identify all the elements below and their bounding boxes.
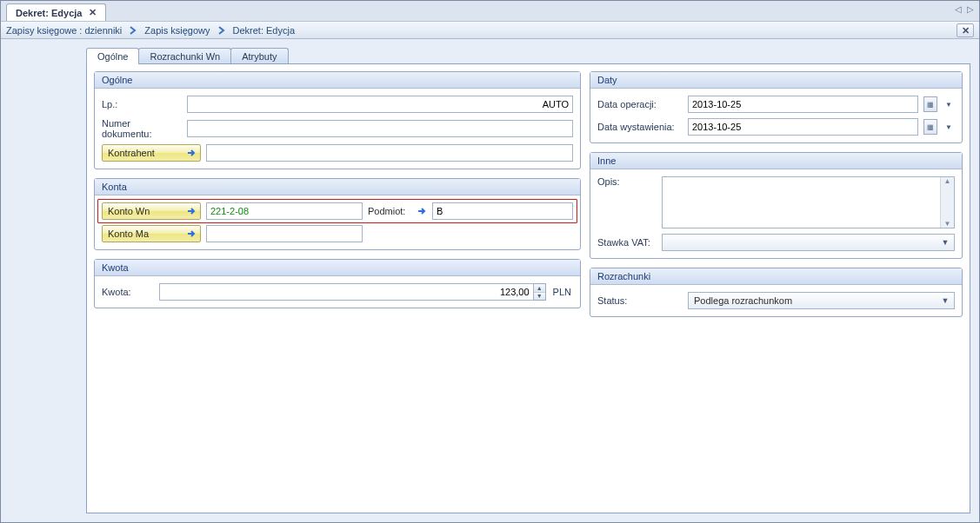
spinner-up-icon[interactable]: ▲ (534, 284, 545, 292)
scrollbar[interactable]: ▲ ▼ (940, 177, 954, 228)
groupbox-rozrachunki-title: Rozrachunki (590, 268, 962, 285)
kwota-spinner: ▲ ▼ (534, 283, 546, 301)
konto-ma-field[interactable] (206, 225, 363, 242)
tab-ogolne-label: Ogólne (97, 51, 128, 62)
kontrahent-field[interactable] (206, 144, 573, 162)
lp-label: Lp.: (102, 99, 182, 109)
podmiot-label: Podmiot: (368, 206, 411, 216)
konto-wn-label: Konto Wn (108, 206, 150, 216)
chevron-down-icon[interactable]: ▼ (943, 119, 955, 135)
stawka-vat-select[interactable]: ▼ (662, 234, 955, 251)
document-tab[interactable]: Dekret: Edycja ✕ (6, 3, 106, 21)
groupbox-konta-title: Konta (95, 179, 580, 195)
tab-nav-arrows: ◁ ▷ (955, 4, 974, 14)
chevron-down-icon[interactable]: ▼ (943, 96, 955, 112)
groupbox-konta: Konta Konto Wn Podmiot: (94, 178, 581, 250)
scroll-down-icon[interactable]: ▼ (941, 220, 954, 228)
groupbox-daty-title: Daty (590, 72, 962, 89)
spinner-down-icon[interactable]: ▼ (534, 292, 545, 301)
breadcrumb-2[interactable]: Zapis księgowy (144, 25, 210, 36)
konto-wn-button[interactable]: Konto Wn (102, 202, 201, 220)
document-tabstrip: Dekret: Edycja ✕ ◁ ▷ (1, 1, 979, 22)
kwota-input-wrap: ▲ ▼ (159, 283, 546, 301)
app-window: Dekret: Edycja ✕ ◁ ▷ Zapisy księgowe : d… (0, 0, 980, 523)
opis-label: Opis: (597, 176, 657, 187)
opis-field-wrap: ▲ ▼ (662, 176, 955, 228)
tab-rozrachunki-wn-label: Rozrachunki Wn (150, 51, 220, 62)
status-label: Status: (597, 295, 683, 306)
data-operacji-label: Data operacji: (597, 99, 683, 109)
calendar-icon[interactable]: ▦ (923, 96, 937, 112)
kontrahent-button[interactable]: Kontrahent (102, 144, 201, 162)
status-value: Podlega rozrachunkom (694, 295, 792, 306)
groupbox-kwota-title: Kwota (95, 260, 580, 276)
calendar-icon[interactable]: ▦ (923, 119, 937, 135)
tab-ogolne[interactable]: Ogólne (86, 48, 139, 64)
groupbox-rozrachunki: Rozrachunki Status: Podlega rozrachunkom… (590, 268, 963, 317)
groupbox-daty: Daty Data operacji: ▦ ▼ Data wystawienia… (590, 71, 963, 143)
kwota-label: Kwota: (102, 287, 154, 297)
numer-dokumentu-label: Numer dokumentu: (102, 118, 182, 139)
close-page-button[interactable]: ✕ (957, 23, 974, 37)
kwota-field[interactable] (159, 283, 534, 301)
groupbox-inne: Inne Opis: ▲ ▼ (590, 152, 963, 259)
tab-atrybuty[interactable]: Atrybuty (230, 48, 288, 64)
data-wystawienia-field[interactable] (688, 118, 918, 136)
tab-atrybuty-label: Atrybuty (242, 51, 277, 62)
tab-rozrachunki-wn[interactable]: Rozrachunki Wn (138, 48, 231, 64)
groupbox-kwota: Kwota Kwota: ▲ ▼ PLN (94, 259, 581, 308)
next-tab-icon[interactable]: ▷ (967, 4, 974, 14)
chevron-right-icon (217, 26, 226, 35)
data-operacji-field[interactable] (688, 96, 918, 113)
konto-ma-button[interactable]: Konto Ma (102, 225, 201, 242)
opis-field[interactable] (663, 177, 940, 228)
groupbox-ogolne: Ogólne Lp.: Numer dokumentu: Kontra (94, 71, 581, 169)
arrow-right-icon (186, 228, 197, 239)
arrow-right-icon (186, 148, 197, 158)
scroll-up-icon[interactable]: ▲ (941, 177, 954, 185)
kontrahent-label: Kontrahent (108, 148, 155, 158)
close-icon[interactable]: ✕ (87, 7, 98, 18)
currency-label: PLN (551, 287, 573, 297)
numer-dokumentu-field[interactable] (187, 120, 573, 137)
status-select[interactable]: Podlega rozrachunkom ▼ (688, 292, 955, 309)
form-tabs: Ogólne Rozrachunki Wn Atrybuty (86, 44, 979, 63)
arrow-right-icon[interactable] (417, 206, 427, 216)
breadcrumb-3[interactable]: Dekret: Edycja (233, 25, 296, 36)
data-wystawienia-label: Data wystawienia: (597, 122, 683, 132)
podmiot-field[interactable] (432, 202, 573, 220)
prev-tab-icon[interactable]: ◁ (955, 4, 962, 14)
scroll-track[interactable] (941, 185, 954, 220)
groupbox-ogolne-title: Ogólne (95, 72, 580, 89)
lp-field[interactable] (187, 96, 573, 113)
chevron-right-icon (129, 26, 137, 35)
left-column: Ogólne Lp.: Numer dokumentu: Kontra (94, 71, 581, 506)
right-column: Daty Data operacji: ▦ ▼ Data wystawienia… (590, 71, 963, 506)
groupbox-inne-title: Inne (590, 153, 962, 169)
document-tab-title: Dekret: Edycja (16, 8, 82, 18)
form-panel: Ogólne Lp.: Numer dokumentu: Kontra (86, 63, 970, 513)
breadcrumb: Zapisy księgowe : dzienniki Zapis księgo… (1, 22, 979, 39)
konto-ma-label: Konto Ma (108, 228, 149, 239)
konto-wn-field[interactable] (206, 202, 363, 220)
breadcrumb-1[interactable]: Zapisy księgowe : dzienniki (6, 25, 122, 36)
stawka-vat-label: Stawka VAT: (597, 237, 657, 248)
arrow-right-icon (186, 206, 197, 216)
chevron-down-icon: ▼ (938, 238, 952, 247)
konto-wn-highlight: Konto Wn Podmiot: (97, 199, 577, 223)
chevron-down-icon: ▼ (938, 296, 952, 305)
